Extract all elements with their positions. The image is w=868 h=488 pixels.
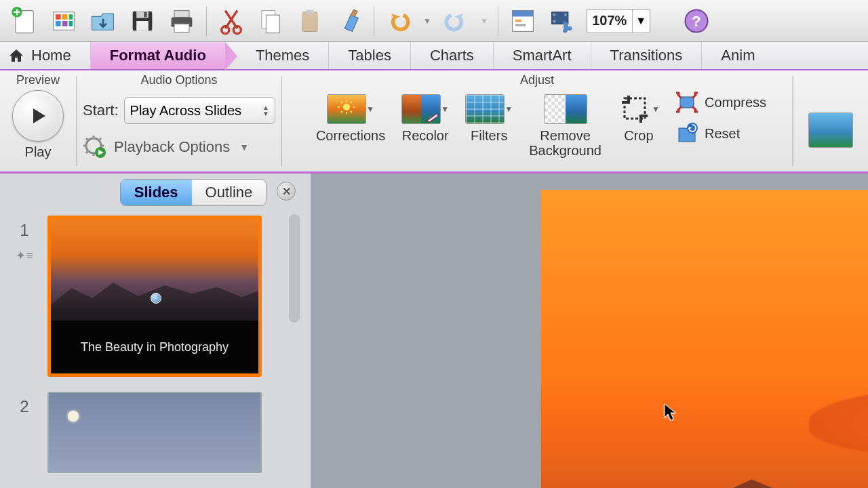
- svg-point-31: [567, 26, 572, 30]
- group-adjust: Adjust ▼ Corrections ▼: [282, 70, 792, 171]
- crop-label: Crop: [624, 128, 653, 143]
- tab-label: Charts: [430, 47, 474, 64]
- svg-rect-7: [62, 21, 68, 26]
- tab-home-label: Home: [31, 47, 71, 64]
- tab-tables[interactable]: Tables: [329, 42, 411, 69]
- slide-title: The Beauty in Photography: [81, 340, 229, 354]
- tab-themes[interactable]: Themes: [226, 42, 329, 69]
- separator: [374, 6, 374, 36]
- corrections-button[interactable]: ▼ Corrections: [308, 90, 393, 143]
- new-icon[interactable]: [9, 6, 39, 36]
- zoom-value[interactable]: 107%: [587, 13, 632, 28]
- close-panel-button[interactable]: ✕: [277, 182, 296, 201]
- slides-tab[interactable]: Slides: [121, 180, 192, 205]
- media-icon[interactable]: [547, 6, 577, 36]
- recolor-icon: [401, 94, 441, 124]
- outline-tab[interactable]: Outline: [192, 180, 267, 205]
- tab-charts[interactable]: Charts: [411, 42, 494, 69]
- svg-rect-19: [266, 15, 279, 33]
- tab-animations[interactable]: Anim: [702, 42, 774, 69]
- group-title-preview: Preview: [16, 72, 60, 90]
- toolbox-icon[interactable]: [508, 6, 538, 36]
- tab-label: Anim: [721, 47, 755, 64]
- redo-icon[interactable]: [441, 6, 471, 36]
- slide-thumbnail-2[interactable]: [47, 392, 262, 473]
- separator: [206, 6, 207, 36]
- stepper-icon[interactable]: ▲▼: [262, 104, 269, 117]
- quick-access-toolbar: ▼ ▼ 107% ▼ ?: [0, 0, 868, 42]
- reset-icon: [675, 121, 699, 146]
- tab-transitions[interactable]: Transitions: [591, 42, 703, 69]
- zoom-caret-icon[interactable]: ▼: [632, 9, 650, 33]
- playback-options[interactable]: Playback Options ▼: [83, 135, 275, 159]
- gear-play-icon: [83, 135, 107, 159]
- format-painter-icon[interactable]: [334, 6, 364, 36]
- start-select[interactable]: Play Across Slides ▲▼: [124, 97, 275, 124]
- remove-background-button[interactable]: Remove Background: [521, 90, 610, 158]
- svg-rect-25: [515, 24, 526, 26]
- slide-row-2: 2: [12, 392, 311, 473]
- save-icon[interactable]: [127, 6, 157, 36]
- chevron-down-icon: ▼: [239, 142, 249, 152]
- svg-rect-15: [174, 24, 189, 32]
- copy-icon[interactable]: [256, 6, 285, 36]
- moon-graphic: [68, 411, 79, 422]
- group-audio-options: Audio Options Start: Play Across Slides …: [77, 70, 281, 171]
- slide-canvas[interactable]: [311, 174, 868, 488]
- svg-rect-21: [307, 9, 314, 14]
- recolor-button[interactable]: ▼ Recolor: [393, 90, 457, 143]
- recolor-label: Recolor: [402, 128, 449, 143]
- crop-button[interactable]: ▼ Crop: [610, 90, 668, 143]
- chevron-down-icon[interactable]: ▼: [441, 94, 449, 124]
- thumbnails: 1 ✦≡ The Beauty in Photography 2: [0, 210, 311, 488]
- svg-rect-11: [136, 21, 149, 30]
- tab-format-audio[interactable]: Format Audio: [91, 42, 226, 69]
- workspace: Slides Outline ✕ 1 ✦≡ The Beauty in Phot…: [0, 174, 868, 488]
- filters-button[interactable]: ▼ Filters: [457, 90, 521, 143]
- svg-rect-5: [69, 14, 73, 20]
- svg-rect-27: [553, 14, 555, 16]
- tab-label: Transitions: [610, 47, 683, 64]
- reset-button[interactable]: Reset: [675, 121, 766, 146]
- tab-home[interactable]: Home: [0, 42, 91, 69]
- tab-smartart[interactable]: SmartArt: [494, 42, 591, 69]
- outline-tab-label: Outline: [205, 184, 253, 201]
- separator: [498, 6, 498, 36]
- redo-caret[interactable]: ▼: [480, 16, 488, 26]
- group-preview: Preview Play: [0, 70, 76, 171]
- svg-text:?: ?: [692, 12, 701, 29]
- playback-options-label: Playback Options: [114, 138, 230, 156]
- play-button[interactable]: [12, 90, 64, 142]
- undo-icon[interactable]: [384, 6, 414, 36]
- svg-rect-20: [302, 12, 317, 31]
- gallery-icon[interactable]: [49, 6, 79, 36]
- picture-style-thumb[interactable]: [808, 113, 853, 148]
- slide-thumbnail-1[interactable]: The Beauty in Photography: [47, 216, 262, 377]
- help-icon[interactable]: ?: [682, 6, 711, 36]
- compress-button[interactable]: Compress: [675, 90, 766, 115]
- undo-caret[interactable]: ▼: [423, 16, 431, 26]
- chevron-down-icon[interactable]: ▼: [652, 94, 660, 124]
- zoom-control[interactable]: 107% ▼: [587, 9, 650, 33]
- svg-rect-13: [174, 10, 189, 17]
- current-slide[interactable]: [541, 190, 868, 488]
- chevron-down-icon[interactable]: ▼: [505, 94, 513, 124]
- svg-rect-12: [144, 12, 146, 17]
- start-select-value: Play Across Slides: [130, 103, 242, 119]
- print-icon[interactable]: [167, 6, 197, 36]
- cut-icon[interactable]: [216, 6, 246, 36]
- compress-label: Compress: [705, 95, 766, 110]
- remove-background-icon: [544, 94, 587, 124]
- chevron-down-icon[interactable]: ▼: [366, 94, 374, 124]
- svg-point-36: [343, 104, 350, 110]
- scrollbar[interactable]: [289, 214, 300, 323]
- panel-segment: Slides Outline: [120, 179, 267, 206]
- tab-label: Tables: [348, 47, 391, 64]
- paste-icon[interactable]: [295, 6, 325, 36]
- slide-row-1: 1 ✦≡ The Beauty in Photography: [12, 216, 311, 377]
- group-styles: [793, 70, 868, 171]
- svg-point-30: [563, 28, 568, 33]
- animation-indicator-icon[interactable]: ✦≡: [16, 248, 33, 263]
- open-icon[interactable]: [88, 6, 118, 36]
- svg-rect-4: [62, 14, 68, 20]
